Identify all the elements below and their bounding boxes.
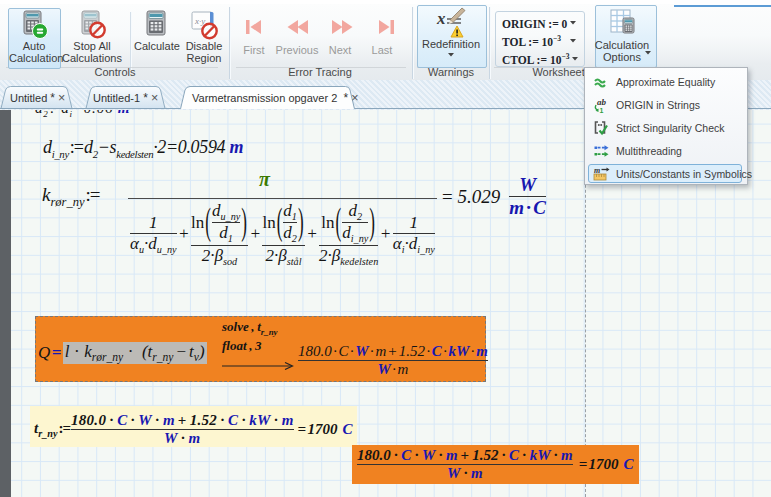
- svg-text:ab: ab: [597, 97, 607, 107]
- svg-text:x·y: x·y: [194, 16, 205, 26]
- svg-text:1: 1: [600, 106, 604, 113]
- svg-text:x: x: [436, 9, 446, 28]
- svg-text:m: m: [594, 166, 600, 175]
